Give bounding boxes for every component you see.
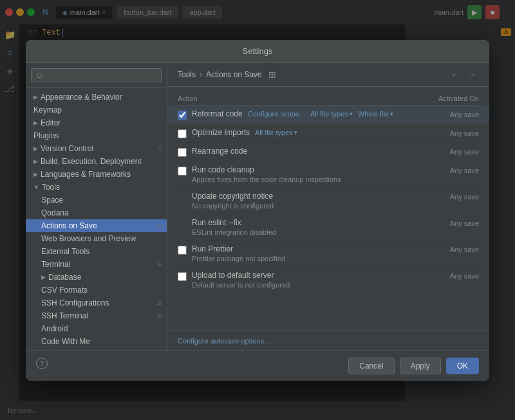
- action-info-run-cleanup: Run code cleanup Applies fixes from the …: [192, 165, 445, 183]
- sidebar-item-editor[interactable]: ▶ Editor: [26, 116, 167, 129]
- cancel-button[interactable]: Cancel: [348, 358, 394, 374]
- action-desc-upload-server: Default server is not configured: [192, 281, 445, 289]
- settings-dialog: Settings ▶ Appearance & Behavior: [26, 40, 489, 381]
- expand-arrow-icon: ▶: [33, 94, 38, 100]
- settings-sidebar: ▶ Appearance & Behavior Keymap ▶ Editor …: [26, 63, 167, 351]
- all-file-types-tag-optimize[interactable]: All file types ▾: [255, 129, 297, 136]
- action-save-reformat: Any save: [450, 111, 479, 118]
- expand-arrow-icon: ▶: [41, 274, 46, 280]
- sidebar-item-code-with-me[interactable]: Code With Me: [26, 335, 167, 348]
- action-desc-eslint: ESLint integration disabled: [192, 228, 445, 236]
- sidebar-item-external-tools[interactable]: External Tools: [26, 245, 167, 258]
- sidebar-item-terminal[interactable]: Terminal: [26, 258, 167, 271]
- all-file-types-tag-reformat[interactable]: All file types ▾: [310, 110, 353, 118]
- action-row-optimize-imports: Optimize imports All file types ▾ Any sa…: [178, 124, 479, 143]
- action-row-reformat-code: Reformat code Configure scope... All fil…: [167, 105, 489, 124]
- upload-server-checkbox[interactable]: [178, 272, 187, 281]
- sidebar-item-appearance[interactable]: ▶ Appearance & Behavior: [26, 91, 167, 104]
- ide-background: N ◆ main.dart × button_bar.dart app.dart…: [0, 0, 515, 420]
- action-row-eslint: Run eslint --fix ESLint integration disa…: [178, 214, 479, 241]
- sidebar-item-database[interactable]: ▶ Database: [26, 271, 167, 284]
- rearrange-code-checkbox[interactable]: [178, 148, 187, 157]
- sidebar-item-ssh-terminal[interactable]: SSH Terminal: [26, 309, 167, 322]
- dialog-header: Settings: [26, 40, 489, 63]
- reformat-code-checkbox[interactable]: [178, 111, 187, 120]
- breadcrumb-parent: Tools: [178, 70, 196, 79]
- action-save-optimize: Any save: [450, 129, 479, 137]
- content-footer: Configure autosave options...: [167, 331, 489, 351]
- sidebar-item-languages[interactable]: ▶ Languages & Frameworks: [26, 168, 167, 181]
- sidebar-item-csv-formats[interactable]: CSV Formats: [26, 284, 167, 297]
- sidebar-item-actions-on-save[interactable]: Actions on Save: [26, 219, 167, 232]
- prettier-checkbox[interactable]: [178, 246, 187, 255]
- action-info-prettier: Run Prettier Prettier package not specif…: [192, 244, 445, 262]
- nav-arrows: ← →: [448, 68, 479, 81]
- action-desc-update-copyright: No copyright is configured: [192, 202, 445, 210]
- action-save-upload: Any save: [450, 272, 479, 280]
- sidebar-item-keymap[interactable]: Keymap: [26, 104, 167, 116]
- action-row-prettier: Run Prettier Prettier package not specif…: [178, 241, 479, 267]
- action-save-cleanup: Any save: [450, 167, 479, 174]
- sidebar-item-ssh-config[interactable]: SSH Configurations: [26, 297, 167, 309]
- action-info-update-copyright: Update copyright notice No copyright is …: [192, 192, 445, 210]
- action-info-optimize-imports: Optimize imports All file types ▾: [192, 128, 445, 137]
- optimize-imports-checkbox[interactable]: [178, 129, 187, 138]
- action-name-upload-server: Upload to default server: [192, 271, 274, 280]
- action-name-eslint: Run eslint --fix: [192, 218, 241, 227]
- sidebar-item-space[interactable]: Space: [26, 194, 167, 206]
- sidebar-item-qodana[interactable]: Qodana: [26, 206, 167, 219]
- apply-button[interactable]: Apply: [400, 358, 441, 374]
- modal-overlay: Settings ▶ Appearance & Behavior: [0, 0, 515, 420]
- sidebar-item-version-control[interactable]: ▶ Version Control: [26, 142, 167, 155]
- help-icon[interactable]: ?: [36, 358, 48, 369]
- action-info-reformat-code: Reformat code Configure scope... All fil…: [192, 109, 445, 118]
- sidebar-item-android[interactable]: Android: [26, 322, 167, 335]
- breadcrumb-menu-icon[interactable]: ⊞: [268, 69, 276, 80]
- dialog-footer: ? Cancel Apply OK: [26, 351, 489, 381]
- configure-scope-link[interactable]: Configure scope...: [248, 110, 305, 118]
- action-save-copyright: Any save: [450, 193, 479, 201]
- expand-arrow-icon: ▶: [33, 158, 38, 165]
- action-row-upload-server: Upload to default server Default server …: [178, 267, 479, 293]
- action-name-prettier: Run Prettier: [192, 244, 233, 253]
- col-activated-header: Activated On: [438, 95, 479, 102]
- col-action-header: Action: [178, 95, 438, 102]
- action-desc-run-cleanup: Applies fixes from the code cleanup insp…: [192, 176, 445, 183]
- sidebar-tree: ▶ Appearance & Behavior Keymap ▶ Editor …: [26, 88, 167, 351]
- dialog-body: ▶ Appearance & Behavior Keymap ▶ Editor …: [26, 63, 489, 351]
- search-box: [26, 63, 167, 88]
- sidebar-item-web-browsers[interactable]: Web Browsers and Preview: [26, 232, 167, 245]
- expand-arrow-icon: ▶: [33, 145, 38, 152]
- configure-autosave-link[interactable]: Configure autosave options...: [178, 337, 270, 345]
- action-row-run-cleanup: Run code cleanup Applies fixes from the …: [178, 161, 479, 188]
- action-desc-prettier: Prettier package not specified: [192, 255, 445, 262]
- action-info-upload-server: Upload to default server Default server …: [192, 271, 445, 289]
- sidebar-item-build[interactable]: ▶ Build, Execution, Deployment: [26, 155, 167, 168]
- expand-arrow-icon: ▶: [33, 120, 38, 126]
- content-header: Tools › Actions on Save ⊞ ← →: [167, 63, 489, 87]
- action-name-update-copyright: Update copyright notice: [192, 192, 273, 201]
- breadcrumb-separator-icon: ›: [200, 70, 202, 79]
- sidebar-item-tools[interactable]: ▼ Tools: [26, 181, 167, 194]
- actions-table: Action Activated On Reformat code Config…: [167, 87, 489, 331]
- action-save-rearrange: Any save: [450, 148, 479, 156]
- action-save-eslint: Any save: [450, 219, 479, 227]
- action-name-rearrange-code: Rearrange code: [192, 147, 247, 156]
- action-save-prettier: Any save: [450, 246, 479, 253]
- ok-button[interactable]: OK: [446, 358, 479, 374]
- sidebar-item-plugins[interactable]: Plugins: [26, 129, 167, 142]
- collapse-arrow-icon: ▼: [33, 184, 39, 190]
- search-input[interactable]: [31, 68, 162, 82]
- run-cleanup-checkbox[interactable]: [178, 167, 187, 176]
- whole-file-tag[interactable]: Whole file ▾: [358, 110, 393, 118]
- action-name-reformat-code: Reformat code: [192, 109, 243, 118]
- action-row-rearrange-code: Rearrange code Any save: [178, 143, 479, 161]
- nav-forward-icon[interactable]: →: [465, 68, 479, 81]
- expand-arrow-icon: ▶: [33, 171, 38, 178]
- action-info-eslint: Run eslint --fix ESLint integration disa…: [192, 218, 445, 236]
- breadcrumb-current: Actions on Save: [206, 70, 262, 79]
- nav-back-icon[interactable]: ←: [448, 68, 462, 81]
- dialog-title: Settings: [243, 46, 273, 56]
- chevron-down-icon: ▾: [294, 129, 297, 136]
- chevron-down-icon: ▾: [390, 111, 393, 117]
